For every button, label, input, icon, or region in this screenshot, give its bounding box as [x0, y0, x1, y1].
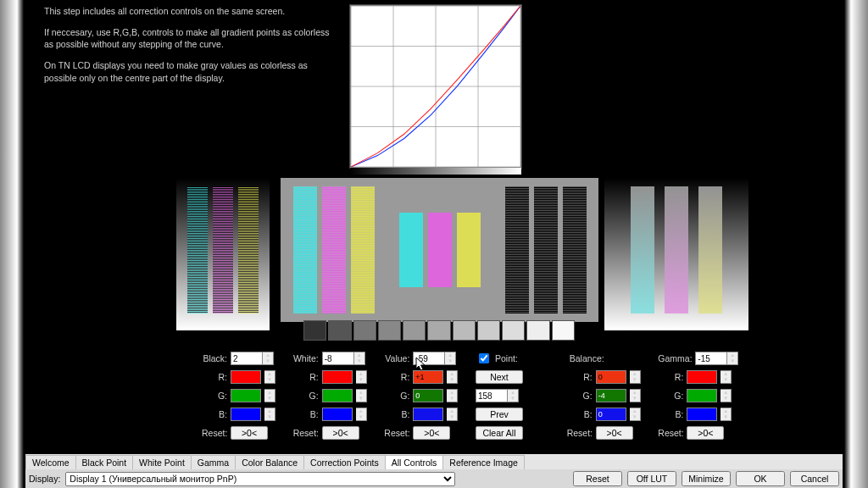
- green-swatch[interactable]: [231, 389, 261, 402]
- black-input[interactable]: ▲▼: [231, 352, 274, 365]
- spin-down-icon[interactable]: ▼: [354, 358, 364, 364]
- balance-blue-swatch[interactable]: 0: [596, 408, 626, 421]
- blue-swatch[interactable]: [322, 408, 353, 421]
- spin-up-icon[interactable]: ▲: [447, 371, 457, 377]
- blue-swatch[interactable]: [231, 408, 261, 421]
- spin-down-icon[interactable]: ▼: [721, 396, 731, 402]
- clear-all-button[interactable]: Clear All: [476, 426, 523, 440]
- off-lut-button[interactable]: Off LUT: [627, 471, 676, 486]
- tab-correction-points[interactable]: Correction Points: [303, 455, 386, 469]
- tab-black-point[interactable]: Black Point: [75, 455, 134, 469]
- instruction-line: If neccesary, use R,G,B, controls to mak…: [44, 26, 332, 51]
- spin-down-icon[interactable]: ▼: [721, 377, 731, 383]
- reset-black-button[interactable]: >0<: [231, 426, 268, 440]
- spin-up-icon[interactable]: ▲: [447, 408, 457, 414]
- reset-gamma-button[interactable]: >0<: [687, 426, 724, 440]
- spin-down-icon[interactable]: ▼: [445, 358, 455, 364]
- bottom-bar: Display: Display 1 (Универсальный монито…: [25, 469, 843, 488]
- reset-value-button[interactable]: >0<: [413, 426, 450, 440]
- spin-down-icon[interactable]: ▼: [356, 377, 366, 383]
- white-input[interactable]: ▲▼: [322, 352, 365, 365]
- gradient-panel-right: [604, 178, 748, 330]
- spin-up-icon[interactable]: ▲: [264, 371, 275, 377]
- tab-white-point[interactable]: White Point: [132, 455, 192, 469]
- spin-up-icon[interactable]: ▲: [721, 371, 731, 377]
- reset-label: Reset:: [202, 428, 227, 438]
- tab-gamma[interactable]: Gamma: [191, 455, 236, 469]
- red-swatch[interactable]: [231, 370, 261, 384]
- spin-up-icon[interactable]: ▲: [445, 352, 455, 358]
- spin-up-icon[interactable]: ▲: [508, 390, 518, 396]
- gamma-label: Gamma:: [658, 353, 692, 363]
- spin-down-icon[interactable]: ▼: [447, 396, 457, 402]
- reset-button[interactable]: Reset: [573, 471, 622, 486]
- blue-value-swatch[interactable]: [413, 408, 443, 421]
- spin-down-icon[interactable]: ▼: [264, 414, 275, 420]
- g-label: G:: [293, 391, 319, 401]
- blue-swatch[interactable]: [687, 408, 717, 421]
- spin-down-icon[interactable]: ▼: [447, 414, 457, 420]
- gray-bar: [505, 186, 529, 313]
- tab-all-controls[interactable]: All Controls: [385, 455, 444, 469]
- spin-down-icon[interactable]: ▼: [447, 377, 457, 383]
- spin-up-icon[interactable]: ▲: [727, 352, 737, 358]
- balance-red-swatch[interactable]: 0: [596, 370, 626, 384]
- spin-up-icon[interactable]: ▲: [630, 371, 640, 377]
- chart-gradient-strip: [350, 168, 521, 175]
- reset-white-button[interactable]: >0<: [322, 426, 359, 440]
- red-value-swatch[interactable]: +1: [413, 370, 443, 384]
- cyan-bar: [293, 186, 317, 313]
- gamma-input[interactable]: ▲▼: [695, 352, 738, 365]
- black-label: Black:: [202, 353, 227, 363]
- next-button[interactable]: Next: [476, 370, 523, 384]
- reset-balance-button[interactable]: >0<: [596, 426, 633, 440]
- green-value-swatch[interactable]: 0: [413, 389, 443, 402]
- tab-reference-image[interactable]: Reference Image: [442, 455, 525, 469]
- ok-button[interactable]: OK: [736, 471, 785, 486]
- red-swatch[interactable]: [687, 370, 717, 384]
- spin-down-icon[interactable]: ▼: [630, 377, 640, 383]
- spin-down-icon[interactable]: ▼: [727, 358, 737, 364]
- g-label: G:: [658, 391, 683, 401]
- spin-down-icon[interactable]: ▼: [508, 396, 518, 402]
- minimize-button[interactable]: Minimize: [682, 471, 731, 486]
- spin-up-icon[interactable]: ▲: [630, 408, 640, 414]
- spin-up-icon[interactable]: ▲: [263, 352, 273, 358]
- main-area: This step includes all correction contro…: [24, 0, 844, 452]
- spin-up-icon[interactable]: ▲: [721, 390, 731, 396]
- spin-up-icon[interactable]: ▲: [356, 371, 366, 377]
- spin-down-icon[interactable]: ▼: [356, 414, 366, 420]
- spin-down-icon[interactable]: ▼: [721, 414, 731, 420]
- tab-welcome[interactable]: Welcome: [25, 455, 76, 469]
- reset-label: Reset:: [658, 428, 683, 438]
- b-label: B:: [384, 409, 409, 419]
- spin-up-icon[interactable]: ▲: [264, 408, 275, 414]
- spin-up-icon[interactable]: ▲: [264, 390, 275, 396]
- green-swatch[interactable]: [687, 389, 717, 402]
- r-label: R:: [202, 372, 227, 382]
- spin-down-icon[interactable]: ▼: [263, 358, 273, 364]
- spin-up-icon[interactable]: ▲: [356, 390, 366, 396]
- tab-color-balance[interactable]: Color Balance: [235, 455, 304, 469]
- prev-button[interactable]: Prev: [476, 408, 523, 421]
- spin-down-icon[interactable]: ▼: [630, 414, 640, 420]
- spin-down-icon[interactable]: ▼: [356, 396, 366, 402]
- spin-down-icon[interactable]: ▼: [264, 377, 275, 383]
- spin-down-icon[interactable]: ▼: [264, 396, 275, 402]
- reset-label: Reset:: [567, 428, 593, 438]
- b-label: B:: [202, 409, 227, 419]
- value-input[interactable]: ▲▼: [413, 352, 456, 365]
- green-swatch[interactable]: [322, 389, 353, 402]
- red-swatch[interactable]: [322, 370, 353, 384]
- spin-up-icon[interactable]: ▲: [354, 352, 364, 358]
- spin-down-icon[interactable]: ▼: [630, 396, 640, 402]
- spin-up-icon[interactable]: ▲: [630, 390, 640, 396]
- point-checkbox[interactable]: [479, 353, 489, 363]
- spin-up-icon[interactable]: ▲: [356, 408, 366, 414]
- display-select[interactable]: Display 1 (Универсальный монитор PnP): [65, 472, 455, 486]
- spin-up-icon[interactable]: ▲: [447, 390, 457, 396]
- cancel-button[interactable]: Cancel: [790, 471, 839, 486]
- spin-up-icon[interactable]: ▲: [721, 408, 731, 414]
- balance-green-swatch[interactable]: -4: [596, 389, 626, 402]
- point-index-input[interactable]: ▲▼: [476, 389, 519, 402]
